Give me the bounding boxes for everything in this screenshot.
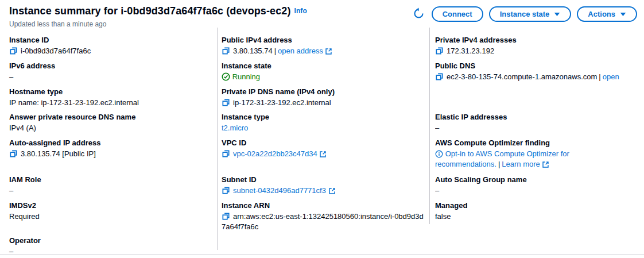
field-value: ip-172-31-23-192.ec2.internal xyxy=(233,98,331,107)
field-value: 3.80.135.74 xyxy=(233,47,273,55)
separator: | xyxy=(273,47,278,55)
field-managed: Managed false xyxy=(435,197,644,232)
empty-cell xyxy=(222,232,435,257)
copy-icon[interactable] xyxy=(222,186,230,196)
separator: | xyxy=(496,160,502,168)
external-link-icon xyxy=(328,186,336,195)
actions-label: Actions xyxy=(588,10,615,18)
field-value: Required xyxy=(9,211,212,222)
field-value: IP name: ip-172-31-23-192.ec2.internal xyxy=(9,98,212,108)
column-divider xyxy=(217,28,218,250)
field-label: Private IP DNS name (IPv4 only) xyxy=(222,87,426,96)
header-actions: Connect Instance state Actions xyxy=(412,5,637,22)
field-public-dns: Public DNS ec2-3-80-135-74.compute-1.ama… xyxy=(435,57,644,83)
copy-icon[interactable] xyxy=(9,149,18,159)
copy-icon[interactable] xyxy=(222,211,230,222)
field-label: AWS Compute Optimizer finding xyxy=(435,138,635,147)
field-instance-arn: Instance ARN arn:aws:ec2:us-east-1:13242… xyxy=(222,197,435,232)
refresh-button[interactable] xyxy=(412,7,426,21)
field-label: Hostname type xyxy=(9,87,212,96)
actions-dropdown[interactable]: Actions xyxy=(577,6,637,22)
caret-down-icon xyxy=(554,10,560,18)
field-vpc-id: VPC ID vpc-02a22d2bb23c47d34 xyxy=(222,134,435,171)
field-compute-optimizer: AWS Compute Optimizer finding Opt-in to … xyxy=(435,134,644,171)
connect-button[interactable]: Connect xyxy=(432,6,483,22)
external-link-icon xyxy=(542,160,549,168)
field-value: arn:aws:ec2:us-east-1:132425180560:insta… xyxy=(222,212,424,231)
field-label: Instance type xyxy=(222,113,426,121)
field-instance-state: Instance state Running xyxy=(222,57,435,83)
field-answer-private-dns: Answer private resource DNS name IPv4 (A… xyxy=(0,108,222,134)
field-label: Private IPv4 addresses xyxy=(435,36,635,44)
field-instance-id: Instance ID i-0bd9d3d7a64f7fa6c xyxy=(0,31,222,57)
field-label: Operator xyxy=(9,236,212,245)
field-value: 172.31.23.192 xyxy=(447,47,494,55)
field-hostname-type: Hostname type IP name: ip-172-31-23-192.… xyxy=(0,83,222,108)
updated-status: Updated less than a minute ago xyxy=(9,20,307,28)
field-private-ipv4: Private IPv4 addresses 172.31.23.192 xyxy=(435,31,644,57)
title-block: Instance summary for i-0bd9d3d7a64f7fa6c… xyxy=(9,5,307,28)
copy-icon[interactable] xyxy=(222,46,230,56)
info-link[interactable]: Info xyxy=(294,7,307,15)
copy-icon[interactable] xyxy=(222,98,230,108)
copy-icon[interactable] xyxy=(9,46,18,56)
field-iam-role: IAM Role – xyxy=(0,171,222,197)
field-ipv6: IPv6 address – xyxy=(0,57,222,83)
page-title: Instance summary for i-0bd9d3d7a64f7fa6c… xyxy=(9,5,307,17)
page-title-text: Instance summary for i-0bd9d3d7a64f7fa6c… xyxy=(9,5,290,17)
vpc-id-link[interactable]: vpc-02a22d2bb23c47d34 xyxy=(233,149,317,158)
caret-down-icon xyxy=(620,10,626,18)
summary-header: Instance summary for i-0bd9d3d7a64f7fa6c… xyxy=(0,0,644,28)
field-label: IMDSv2 xyxy=(9,201,212,210)
field-value: ec2-3-80-135-74.compute-1.amazonaws.com xyxy=(447,72,597,81)
field-label: Auto-assigned IP address xyxy=(9,138,212,147)
field-asg-name: Auto Scaling Group name – xyxy=(435,171,644,197)
field-value: – xyxy=(9,247,212,257)
field-label: Answer private resource DNS name xyxy=(9,113,212,121)
subnet-id-link[interactable]: subnet-0432d496ad7771cf3 xyxy=(233,186,326,195)
field-value: – xyxy=(435,186,635,196)
field-label: Managed xyxy=(435,201,635,210)
status-badge: Running xyxy=(232,72,260,81)
learn-more-link[interactable]: Learn more xyxy=(502,160,540,168)
field-label: Instance ARN xyxy=(222,201,426,210)
field-value: – xyxy=(9,72,212,82)
external-link-icon xyxy=(325,47,332,55)
field-value: – xyxy=(435,123,635,133)
separator: | xyxy=(597,72,602,81)
instance-state-label: Instance state xyxy=(500,10,550,18)
field-label: Elastic IP addresses xyxy=(435,113,635,121)
field-auto-assigned-ip: Auto-assigned IP address 3.80.135.74 [Pu… xyxy=(0,134,222,171)
instance-summary-grid: Instance ID i-0bd9d3d7a64f7fa6c Public I… xyxy=(0,31,644,257)
field-subnet-id: Subnet ID subnet-0432d496ad7771cf3 xyxy=(222,171,435,197)
copy-icon[interactable] xyxy=(222,149,230,159)
field-label: IPv6 address xyxy=(9,61,212,70)
column-divider xyxy=(429,28,430,224)
field-label: Subnet ID xyxy=(222,175,426,184)
field-value: i-0bd9d3d7a64f7fa6c xyxy=(21,47,91,55)
field-label: Instance ID xyxy=(9,36,212,44)
info-circle-icon xyxy=(435,149,443,158)
field-operator: Operator – xyxy=(0,232,222,257)
empty-cell xyxy=(435,83,644,108)
open-address-link[interactable]: open address xyxy=(278,47,323,55)
instance-state-dropdown[interactable]: Instance state xyxy=(489,6,572,22)
external-link-icon xyxy=(319,149,327,158)
field-label: VPC ID xyxy=(222,138,426,147)
field-label: Auto Scaling Group name xyxy=(435,175,635,184)
field-label: IAM Role xyxy=(9,175,212,184)
connect-label: Connect xyxy=(443,10,472,18)
field-value: IPv4 (A) xyxy=(9,123,212,133)
copy-icon[interactable] xyxy=(435,72,444,82)
field-public-ipv4: Public IPv4 address 3.80.135.74|open add… xyxy=(222,31,435,57)
field-value: – xyxy=(9,186,212,196)
field-private-ip-dns: Private IP DNS name (IPv4 only) ip-172-3… xyxy=(222,83,435,108)
instance-type-link[interactable]: t2.micro xyxy=(222,124,248,132)
field-instance-type: Instance type t2.micro xyxy=(222,108,435,134)
field-value: 3.80.135.74 [Public IP] xyxy=(21,149,96,158)
copy-icon[interactable] xyxy=(435,46,444,56)
field-elastic-ip: Elastic IP addresses – xyxy=(435,108,644,134)
field-imdsv2: IMDSv2 Required xyxy=(0,197,222,232)
field-label: Instance state xyxy=(222,61,426,70)
field-label: Public IPv4 address xyxy=(222,36,426,44)
